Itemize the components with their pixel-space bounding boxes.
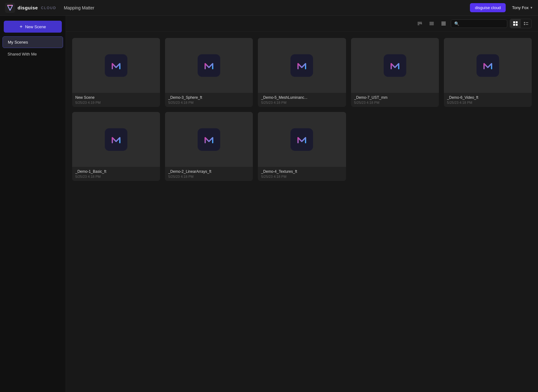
svg-rect-4 <box>418 23 421 24</box>
svg-rect-24 <box>388 59 402 72</box>
sidebar-item-shared-with-me[interactable]: Shared With Me <box>3 49 63 60</box>
svg-rect-10 <box>441 22 446 23</box>
grid-view-button[interactable] <box>510 19 521 28</box>
svg-rect-17 <box>524 22 525 23</box>
search-input[interactable] <box>461 21 504 26</box>
svg-rect-28 <box>295 133 309 146</box>
scene-date: 5/25/23 4:18 PM <box>261 101 343 104</box>
svg-rect-5 <box>418 24 419 25</box>
scene-date: 5/25/23 4:18 PM <box>168 101 250 104</box>
disguise-m-icon <box>202 59 216 72</box>
svg-rect-22 <box>202 59 216 72</box>
svg-rect-26 <box>109 133 123 146</box>
disguise-m-icon <box>295 133 309 146</box>
scene-date: 5/25/23 4:18 PM <box>261 175 343 178</box>
scene-name: New Scene <box>75 95 157 100</box>
scene-info: _Demo-2_LinearArrays_ft 5/25/23 4:18 PM <box>165 167 253 181</box>
scene-card[interactable]: _Demo-5_MeshLuminanc... 5/25/23 4:18 PM <box>258 38 346 107</box>
scene-date: 5/25/23 4:18 PM <box>75 175 157 178</box>
list-view-button[interactable] <box>521 19 531 28</box>
scene-logo <box>477 54 499 77</box>
scene-card[interactable]: New Scene 5/25/23 4:19 PM <box>72 38 160 107</box>
sort-button[interactable] <box>415 19 424 28</box>
scene-name: _Demo-4_Textures_ft <box>261 169 343 174</box>
svg-rect-13 <box>513 21 515 23</box>
scene-logo <box>290 54 313 77</box>
scene-info: _Demo-5_MeshLuminanc... 5/25/23 4:18 PM <box>258 93 346 107</box>
scene-info: _Demo-6_Video_ft 5/25/23 4:18 PM <box>444 93 532 107</box>
disguise-m-icon <box>481 59 495 72</box>
scene-card[interactable]: _Demo-7_UST_mm 5/25/23 4:18 PM <box>351 38 439 107</box>
scene-logo <box>105 128 127 151</box>
toolbar: 🔍 <box>66 16 538 32</box>
scene-logo <box>198 128 220 151</box>
svg-rect-16 <box>516 24 518 26</box>
disguise-logo-icon <box>5 3 15 13</box>
disguise-m-icon <box>109 59 123 72</box>
svg-rect-21 <box>109 59 123 72</box>
svg-rect-23 <box>295 59 309 72</box>
scenes-grid: New Scene 5/25/23 4:19 PM <box>66 32 538 187</box>
new-scene-label: New Scene <box>25 24 46 29</box>
scene-info: _Demo-4_Textures_ft 5/25/23 4:18 PM <box>258 167 346 181</box>
scene-date: 5/25/23 4:18 PM <box>354 101 436 104</box>
svg-rect-27 <box>202 133 216 146</box>
list-detail-button[interactable] <box>439 19 448 28</box>
disguise-cloud-button[interactable]: disguise cloud <box>470 3 506 12</box>
scene-card[interactable]: _Demo-6_Video_ft 5/25/23 4:18 PM <box>444 38 532 107</box>
scene-logo <box>384 54 406 77</box>
scene-info: _Demo-1_Basic_ft 5/25/23 4:18 PM <box>72 167 160 181</box>
scene-card[interactable]: _Demo-4_Textures_ft 5/25/23 4:18 PM <box>258 112 346 181</box>
scene-info: New Scene 5/25/23 4:19 PM <box>72 93 160 107</box>
project-name: Mapping Matter <box>64 5 94 10</box>
user-name: Tony Fox <box>512 5 529 10</box>
scene-card[interactable]: _Demo-2_LinearArrays_ft 5/25/23 4:18 PM <box>165 112 253 181</box>
scene-thumbnail <box>258 112 346 167</box>
scene-date: 5/25/23 4:19 PM <box>75 101 157 104</box>
disguise-m-icon <box>202 133 216 146</box>
scene-logo <box>198 54 220 77</box>
scene-logo <box>290 128 313 151</box>
brand-cloud: CLOUD <box>41 6 56 10</box>
brand-name: disguise <box>18 5 38 10</box>
scene-info: _Demo-7_UST_mm 5/25/23 4:18 PM <box>351 93 439 107</box>
scene-thumbnail <box>444 38 532 93</box>
disguise-m-icon <box>295 59 309 72</box>
scene-date: 5/25/23 4:18 PM <box>447 101 529 104</box>
user-caret-icon: ▼ <box>530 6 533 9</box>
content-area: 🔍 <box>66 16 538 392</box>
list-compact-button[interactable] <box>427 19 436 28</box>
scene-name: _Demo-3_Sphere_ft <box>168 95 250 100</box>
svg-rect-25 <box>481 59 495 72</box>
sidebar: + New Scene My Scenes Shared With Me <box>0 16 66 392</box>
logo-area: disguise CLOUD <box>5 3 56 13</box>
list-detail-icon <box>441 21 446 26</box>
user-menu[interactable]: Tony Fox ▼ <box>512 5 533 10</box>
svg-rect-3 <box>418 22 422 23</box>
scene-thumbnail <box>72 38 160 93</box>
scene-card[interactable]: _Demo-1_Basic_ft 5/25/23 4:18 PM <box>72 112 160 181</box>
scene-thumbnail <box>258 38 346 93</box>
svg-rect-18 <box>526 22 528 23</box>
scene-card[interactable]: _Demo-3_Sphere_ft 5/25/23 4:18 PM <box>165 38 253 107</box>
sidebar-item-shared-label: Shared With Me <box>8 52 37 56</box>
svg-rect-12 <box>441 24 446 25</box>
svg-rect-11 <box>441 23 446 24</box>
scene-logo <box>105 54 127 77</box>
svg-rect-7 <box>429 22 434 23</box>
scene-name: _Demo-6_Video_ft <box>447 95 529 100</box>
scene-thumbnail <box>165 112 253 167</box>
search-icon: 🔍 <box>454 21 459 26</box>
sidebar-item-my-scenes[interactable]: My Scenes <box>3 36 63 48</box>
disguise-m-icon <box>388 59 402 72</box>
scene-name: _Demo-1_Basic_ft <box>75 169 157 174</box>
new-scene-button[interactable]: + New Scene <box>4 21 62 33</box>
sort-icon <box>417 21 423 26</box>
scene-name: _Demo-7_UST_mm <box>354 95 436 100</box>
svg-rect-9 <box>429 24 434 25</box>
main-layout: + New Scene My Scenes Shared With Me <box>0 16 538 392</box>
list-view-icon <box>524 21 529 26</box>
sidebar-item-my-scenes-label: My Scenes <box>8 40 28 45</box>
scene-thumbnail <box>72 112 160 167</box>
svg-rect-15 <box>513 24 515 26</box>
